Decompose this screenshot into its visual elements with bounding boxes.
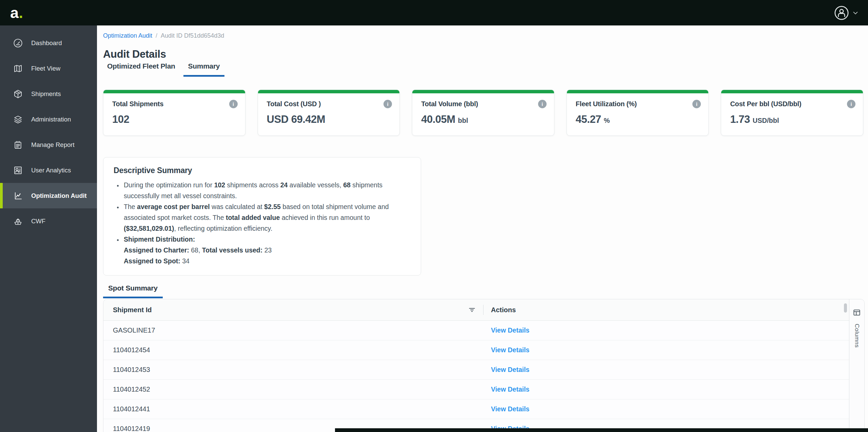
table-row: 1104012453View Details xyxy=(103,360,849,380)
sidebar-item-label: Fleet View xyxy=(31,65,60,72)
descriptive-summary-panel: Descriptive Summary During the optimizat… xyxy=(103,157,421,276)
view-details-link[interactable]: View Details xyxy=(491,326,529,334)
sidebar-item-dashboard[interactable]: Dashboard xyxy=(0,30,97,56)
actions-cell: View Details xyxy=(484,405,849,413)
shipment-id-cell: 1104012454 xyxy=(103,346,484,354)
columns-panel-label: Columns xyxy=(853,324,860,348)
view-details-link[interactable]: View Details xyxy=(491,405,529,413)
chevron-down-icon[interactable] xyxy=(852,9,859,17)
kpi-label: Total Cost (USD ) xyxy=(267,100,321,108)
kpi-unit: USD/bbl xyxy=(753,117,779,124)
info-icon[interactable]: i xyxy=(383,100,392,108)
breadcrumb-link-optimization-audit[interactable]: Optimization Audit xyxy=(103,32,152,39)
main-content: Optimization Audit / Audit ID Df51dd654d… xyxy=(97,25,868,432)
kpi-unit: % xyxy=(604,117,610,124)
kpi-card-total-shipments: Total Shipmentsi102 xyxy=(103,90,245,136)
kpi-cards-row: Total Shipmentsi102Total Cost (USD )iUSD… xyxy=(103,90,863,136)
sidebar-item-label: Administration xyxy=(31,116,71,123)
sidebar-item-label: CWF xyxy=(31,218,45,225)
chart-line-icon xyxy=(13,191,23,201)
sidebar-item-label: User Analytics xyxy=(31,167,71,174)
kpi-label: Total Volume (bbl) xyxy=(421,100,478,108)
detail-tabs: Optimized Fleet PlanSummary xyxy=(102,62,224,77)
report-icon xyxy=(13,140,23,150)
view-details-link[interactable]: View Details xyxy=(491,366,529,373)
kpi-value: 40.05Mbbl xyxy=(421,113,547,126)
table-row: GASOLINE17View Details xyxy=(103,321,849,340)
sidebar-item-label: Manage Report xyxy=(31,141,75,149)
page-title: Audit Details xyxy=(103,48,166,60)
shipment-id-cell: GASOLINE17 xyxy=(103,326,484,334)
column-header-actions: Actions xyxy=(484,306,849,314)
sidebar-item-manage-report[interactable]: Manage Report xyxy=(0,132,97,157)
sidebar-item-cwf[interactable]: CWF xyxy=(0,208,97,234)
sidebar-item-administration[interactable]: Administration xyxy=(0,107,97,132)
actions-cell: View Details xyxy=(484,386,849,393)
kpi-card-total-volume-bbl: Total Volume (bbl)i40.05Mbbl xyxy=(412,90,554,136)
shipment-id-cell: 1104012452 xyxy=(103,386,484,393)
info-icon[interactable]: i xyxy=(847,100,855,108)
spot-summary-grid: Shipment Id Actions GASOLINE17View Detai… xyxy=(103,299,865,432)
kpi-value: 102 xyxy=(112,113,238,126)
tab-optimized-fleet-plan[interactable]: Optimized Fleet Plan xyxy=(102,62,180,77)
table-row: 1104012441View Details xyxy=(103,399,849,419)
view-details-link[interactable]: View Details xyxy=(491,386,529,393)
kpi-value: USD 69.42M xyxy=(267,113,392,126)
sidebar-item-shipments[interactable]: Shipments xyxy=(0,81,97,107)
shipment-id-cell: 1104012441 xyxy=(103,405,484,413)
sidebar-item-label: Optimization Audit xyxy=(31,192,87,200)
filter-icon[interactable] xyxy=(468,305,476,314)
package-icon xyxy=(13,89,23,99)
info-icon[interactable]: i xyxy=(538,100,547,108)
kpi-value: 1.73USD/bbl xyxy=(730,113,855,126)
actions-cell: View Details xyxy=(484,346,849,354)
kpi-label: Cost Per bbl (USD/bbl) xyxy=(730,100,801,108)
card-accent-bar xyxy=(258,90,400,93)
kpi-card-fleet-utilization: Fleet Utilization (%)i45.27% xyxy=(567,90,709,136)
kpi-unit: bbl xyxy=(458,117,468,124)
summary-bullet: During the optimization run for 102 ship… xyxy=(122,180,411,201)
breadcrumb-separator: / xyxy=(156,32,157,39)
user-menu[interactable] xyxy=(834,5,859,21)
vertical-scrollbar-thumb[interactable] xyxy=(844,303,847,313)
actions-cell: View Details xyxy=(484,366,849,374)
info-icon[interactable]: i xyxy=(692,100,701,108)
columns-icon xyxy=(852,308,861,318)
card-accent-bar xyxy=(103,90,245,93)
table-header-row: Shipment Id Actions xyxy=(103,299,849,321)
ship-icon xyxy=(13,216,23,226)
sidebar-item-fleet-view[interactable]: Fleet View xyxy=(0,56,97,81)
card-accent-bar xyxy=(412,90,554,93)
bottom-dark-strip xyxy=(335,428,868,432)
shipment-id-header-label: Shipment Id xyxy=(113,306,152,314)
summary-bullet: The average cost per barrel was calculat… xyxy=(122,201,411,234)
breadcrumb-current: Audit ID Df51dd654d3d xyxy=(161,32,224,39)
gauge-icon xyxy=(13,38,23,48)
summary-bullet: Shipment Distribution:Assigned to Charte… xyxy=(122,234,411,266)
kpi-card-cost-per-bbl-usd-bbl: Cost Per bbl (USD/bbl)i1.73USD/bbl xyxy=(721,90,863,136)
tab-summary[interactable]: Summary xyxy=(183,62,225,77)
sidebar-item-label: Shipments xyxy=(31,90,61,98)
user-avatar-icon[interactable] xyxy=(834,5,849,21)
sidebar-item-user-analytics[interactable]: User Analytics xyxy=(0,157,97,183)
user-analytics-icon xyxy=(13,165,23,175)
app-logo[interactable]: a. xyxy=(10,5,23,20)
sidebar-item-label: Dashboard xyxy=(31,39,62,47)
kpi-value: 45.27% xyxy=(576,113,701,126)
map-icon xyxy=(13,63,23,74)
tab-spot-summary[interactable]: Spot Summary xyxy=(103,284,163,298)
actions-cell: View Details xyxy=(484,326,849,334)
logo-letter: a xyxy=(10,4,19,21)
sidebar-item-optimization-audit[interactable]: Optimization Audit xyxy=(0,183,97,208)
descriptive-summary-list: During the optimization run for 102 ship… xyxy=(114,180,411,266)
view-details-link[interactable]: View Details xyxy=(491,346,529,354)
card-accent-bar xyxy=(721,90,863,93)
top-bar: a. xyxy=(0,0,868,25)
kpi-label: Total Shipments xyxy=(112,100,163,108)
kpi-label: Fleet Utilization (%) xyxy=(576,100,637,108)
columns-side-panel-toggle[interactable]: Columns xyxy=(849,299,864,432)
card-accent-bar xyxy=(567,90,709,93)
shipment-id-cell: 1104012453 xyxy=(103,366,484,374)
info-icon[interactable]: i xyxy=(229,100,238,108)
column-header-shipment-id: Shipment Id xyxy=(103,305,483,314)
